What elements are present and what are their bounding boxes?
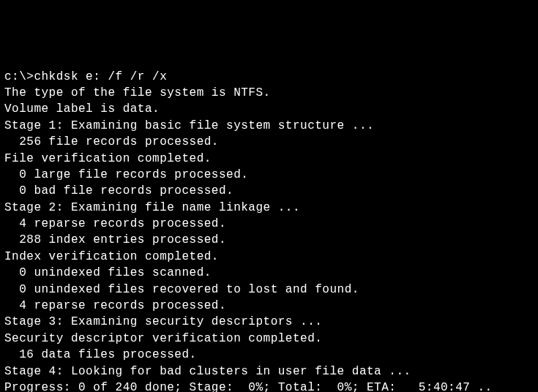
terminal-line: The type of the file system is NTFS. [4,85,534,101]
terminal-line: Progress: 0 of 240 done; Stage: 0%; Tota… [4,380,534,392]
terminal-line: Index verification completed. [4,249,534,265]
terminal-line: c:\>chkdsk e: /f /r /x [4,69,534,85]
terminal-line: 4 reparse records processed. [4,216,534,232]
terminal-line: Stage 4: Looking for bad clusters in use… [4,363,534,380]
terminal-line: 0 bad file records processed. [4,183,534,199]
terminal-line: 4 reparse records processed. [4,298,534,314]
terminal-line: 0 large file records processed. [4,167,534,183]
terminal-output: c:\>chkdsk e: /f /r /xThe type of the fi… [4,69,534,392]
terminal-line: 0 unindexed files scanned. [4,265,534,281]
terminal-line: 256 file records processed. [4,134,534,150]
terminal-line: 288 index entries processed. [4,232,534,248]
terminal-line: Stage 2: Examining file name linkage ... [4,200,534,216]
terminal-line: 0 unindexed files recovered to lost and … [4,282,534,298]
terminal-line: 16 data files processed. [4,347,534,363]
terminal-line: File verification completed. [4,151,534,167]
terminal-line: Volume label is data. [4,101,534,117]
terminal-line: Stage 3: Examining security descriptors … [4,314,534,330]
terminal-line: Security descriptor verification complet… [4,331,534,347]
terminal-line: Stage 1: Examining basic file system str… [4,118,534,134]
